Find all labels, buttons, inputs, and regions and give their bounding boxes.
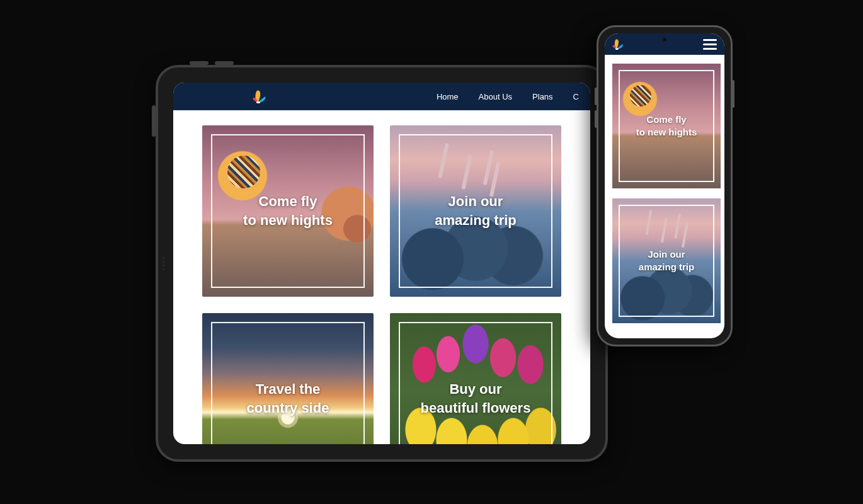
card-caption: Join our amazing trip — [639, 248, 694, 274]
phone-hw-button — [595, 110, 597, 128]
card-balloon[interactable]: Come fly to new hights — [202, 125, 374, 297]
tablet-hw-button — [190, 61, 209, 65]
card-caption: Travel the country side — [247, 380, 329, 417]
nav-link-about-us[interactable]: About Us — [479, 92, 512, 101]
card-caption: Come fly to new hights — [243, 192, 333, 229]
brand-logo-icon — [253, 89, 266, 104]
card-caption: Come fly to new hights — [636, 113, 697, 139]
phone-hw-button — [595, 88, 597, 105]
card-flowers[interactable]: Buy our beautiful flowers — [390, 313, 561, 444]
brand-logo-icon — [612, 38, 624, 50]
card-country[interactable]: Travel the country side — [202, 313, 374, 444]
phone-screen: Come fly to new hights Join our amazing … — [605, 33, 724, 338]
hamburger-menu-icon[interactable] — [703, 39, 717, 50]
card-trip[interactable]: Join our amazing trip — [390, 125, 561, 297]
phone-navbar — [605, 33, 724, 55]
cards-grid: Come fly to new hights Join our amazing … — [173, 110, 590, 444]
tablet-device-frame: •••• Home About Us Plans C — [156, 65, 608, 462]
phone-hw-button — [732, 80, 734, 108]
card-caption: Join our amazing trip — [435, 192, 517, 229]
nav-link-home[interactable]: Home — [437, 92, 459, 101]
phone-camera-icon — [662, 37, 667, 42]
navbar: Home About Us Plans C — [173, 83, 590, 110]
svg-rect-0 — [256, 101, 260, 103]
nav-link-more[interactable]: C — [573, 92, 579, 101]
svg-rect-1 — [615, 49, 619, 50]
phone-device-frame: Come fly to new hights Join our amazing … — [597, 25, 733, 346]
nav-link-plans[interactable]: Plans — [532, 92, 553, 101]
card-balloon[interactable]: Come fly to new hights — [612, 64, 721, 188]
phone-cards-list: Come fly to new hights Join our amazing … — [605, 55, 724, 332]
tablet-screen: Home About Us Plans C Come fly to new hi… — [173, 83, 590, 444]
card-trip[interactable]: Join our amazing trip — [612, 198, 721, 323]
nav-links: Home About Us Plans C — [437, 92, 579, 101]
tablet-hw-button — [215, 61, 234, 65]
tablet-hw-button — [152, 105, 156, 137]
card-caption: Buy our beautiful flowers — [421, 380, 531, 417]
tablet-speaker-dots: •••• — [163, 256, 165, 272]
